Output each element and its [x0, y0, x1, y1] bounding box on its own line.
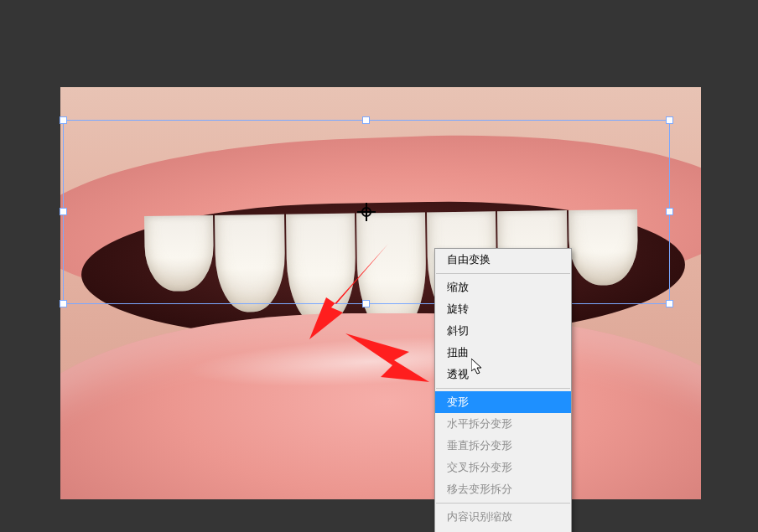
menu-item-scale[interactable]: 缩放: [435, 276, 571, 298]
menu-item-warp[interactable]: 变形: [435, 391, 571, 413]
menu-separator: [436, 388, 570, 389]
document-image: [60, 87, 701, 499]
menu-item-split-warp-horizontal: 水平拆分变形: [435, 413, 571, 435]
menu-item-perspective[interactable]: 透视: [435, 364, 571, 385]
menu-item-split-warp-vertical: 垂直拆分变形: [435, 435, 571, 457]
menu-item-puppet-warp: 操控变形: [435, 528, 571, 532]
menu-separator: [436, 503, 570, 504]
menu-item-distort[interactable]: 扭曲: [435, 342, 571, 364]
menu-item-content-aware-scale: 内容识别缩放: [435, 506, 571, 528]
menu-item-skew[interactable]: 斜切: [435, 320, 571, 342]
transform-context-menu: 自由变换 缩放 旋转 斜切 扭曲 透视 变形 水平拆分变形 垂直拆分变形 交叉拆…: [434, 248, 572, 532]
menu-item-rotate[interactable]: 旋转: [435, 298, 571, 320]
menu-item-free-transform[interactable]: 自由变换: [435, 249, 571, 271]
menu-separator: [436, 273, 570, 274]
menu-item-split-warp-cross: 交叉拆分变形: [435, 457, 571, 478]
menu-item-remove-warp-split: 移去变形拆分: [435, 478, 571, 500]
canvas-area[interactable]: [60, 87, 701, 499]
